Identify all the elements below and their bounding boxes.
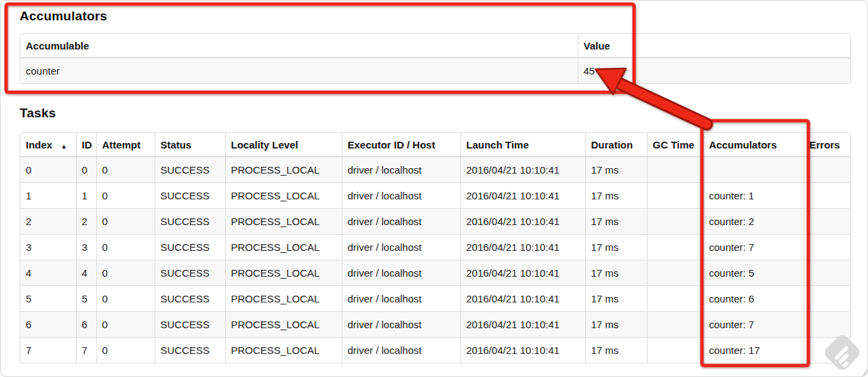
tasks-cell-gc_time xyxy=(647,286,703,312)
tasks-section-title: Tasks xyxy=(20,106,56,121)
column-label: Errors xyxy=(810,139,840,151)
tasks-cell-status: SUCCESS xyxy=(155,286,225,312)
tasks-table-wrap: Index▲IDAttemptStatusLocality LevelExecu… xyxy=(20,132,851,363)
tasks-cell-accumulators: counter: 5 xyxy=(703,260,804,286)
tasks-cell-duration: 17 ms xyxy=(585,183,647,209)
tasks-cell-id: 4 xyxy=(76,260,96,286)
tasks-cell-duration: 17 ms xyxy=(585,260,647,286)
tasks-cell-accumulators: counter: 7 xyxy=(703,235,804,260)
tasks-row: 220SUCCESSPROCESS_LOCALdriver / localhos… xyxy=(20,209,850,235)
tasks-header-executor[interactable]: Executor ID / Host xyxy=(342,133,460,157)
tasks-cell-gc_time xyxy=(647,338,703,363)
tasks-cell-id: 5 xyxy=(76,286,96,312)
tasks-cell-accumulators: counter: 2 xyxy=(703,209,804,235)
tasks-table: Index▲IDAttemptStatusLocality LevelExecu… xyxy=(20,133,850,363)
tasks-header-locality[interactable]: Locality Level xyxy=(225,133,342,157)
tasks-cell-errors xyxy=(804,312,850,338)
column-label: Accumulators xyxy=(709,139,777,151)
tasks-cell-gc_time xyxy=(647,235,703,260)
tasks-header-errors[interactable]: Errors xyxy=(804,133,850,157)
tasks-cell-errors xyxy=(804,260,850,286)
tasks-cell-duration: 17 ms xyxy=(585,209,647,235)
tasks-cell-duration: 17 ms xyxy=(585,338,647,363)
tasks-cell-status: SUCCESS xyxy=(155,209,225,235)
tasks-row: 550SUCCESSPROCESS_LOCALdriver / localhos… xyxy=(20,286,850,312)
tasks-header-row: Index▲IDAttemptStatusLocality LevelExecu… xyxy=(20,133,850,157)
tasks-cell-id: 3 xyxy=(76,235,96,260)
tasks-cell-gc_time xyxy=(647,157,703,183)
tasks-cell-executor: driver / localhost xyxy=(342,235,460,260)
tasks-header-duration[interactable]: Duration xyxy=(585,133,647,157)
tasks-cell-status: SUCCESS xyxy=(155,157,225,183)
tasks-cell-gc_time xyxy=(647,209,703,235)
tasks-cell-accumulators: counter: 17 xyxy=(703,338,804,363)
tasks-row: 440SUCCESSPROCESS_LOCALdriver / localhos… xyxy=(20,260,850,286)
tasks-cell-locality: PROCESS_LOCAL xyxy=(225,157,342,183)
sort-ascending-icon: ▲ xyxy=(60,142,67,150)
accumulators-header-value: Value xyxy=(578,34,850,58)
tasks-cell-accumulators xyxy=(703,157,804,183)
column-label: Locality Level xyxy=(231,139,298,151)
tasks-cell-accumulators: counter: 6 xyxy=(703,286,804,312)
accumulators-section-title: Accumulators xyxy=(20,9,107,24)
tasks-header-index[interactable]: Index▲ xyxy=(20,133,76,157)
tasks-cell-launch: 2016/04/21 10:10:41 xyxy=(460,286,585,312)
tasks-row: 770SUCCESSPROCESS_LOCALdriver / localhos… xyxy=(20,338,850,363)
tasks-cell-status: SUCCESS xyxy=(155,338,225,363)
tasks-cell-accumulators: counter: 1 xyxy=(703,183,804,209)
accumulators-header-accumulable: Accumulable xyxy=(20,34,578,58)
tasks-cell-locality: PROCESS_LOCAL xyxy=(225,183,342,209)
tasks-header-accumulators[interactable]: Accumulators xyxy=(703,133,804,157)
tasks-cell-gc_time xyxy=(647,183,703,209)
accumulators-table: AccumulableValue counter45 xyxy=(20,34,850,83)
tasks-cell-executor: driver / localhost xyxy=(342,312,460,338)
tasks-cell-locality: PROCESS_LOCAL xyxy=(225,286,342,312)
tasks-header-launch[interactable]: Launch Time xyxy=(460,133,585,157)
tasks-cell-gc_time xyxy=(647,312,703,338)
tasks-cell-status: SUCCESS xyxy=(155,260,225,286)
tasks-cell-errors xyxy=(804,235,850,260)
annotation-arrow-shaft xyxy=(618,83,707,124)
tasks-cell-id: 1 xyxy=(76,183,96,209)
tasks-cell-attempt: 0 xyxy=(96,312,155,338)
tasks-cell-attempt: 0 xyxy=(96,235,155,260)
tasks-cell-locality: PROCESS_LOCAL xyxy=(225,235,342,260)
spark-stage-detail-page: Accumulators AccumulableValue counter45 … xyxy=(0,0,868,377)
tasks-cell-launch: 2016/04/21 10:10:41 xyxy=(460,183,585,209)
tasks-cell-launch: 2016/04/21 10:10:41 xyxy=(460,338,585,363)
accumulators-header-row: AccumulableValue xyxy=(20,34,850,58)
column-label: Status xyxy=(161,139,192,151)
column-label: Index xyxy=(26,139,52,151)
tasks-cell-index: 1 xyxy=(20,183,76,209)
tasks-header-attempt[interactable]: Attempt xyxy=(96,133,155,157)
tasks-header-gc_time[interactable]: GC Time xyxy=(647,133,703,157)
tasks-cell-locality: PROCESS_LOCAL xyxy=(225,260,342,286)
column-label: ID xyxy=(82,139,92,151)
tasks-cell-executor: driver / localhost xyxy=(342,183,460,209)
accumulators-cell-accumulable: counter xyxy=(20,58,578,83)
column-label: Value xyxy=(584,40,610,52)
tasks-cell-index: 7 xyxy=(20,338,76,363)
tasks-cell-id: 6 xyxy=(76,312,96,338)
column-label: Duration xyxy=(591,139,633,151)
tasks-cell-id: 7 xyxy=(76,338,96,363)
tasks-cell-attempt: 0 xyxy=(96,209,155,235)
tasks-cell-attempt: 0 xyxy=(96,286,155,312)
tasks-cell-gc_time xyxy=(647,260,703,286)
tasks-cell-index: 0 xyxy=(20,157,76,183)
tasks-cell-attempt: 0 xyxy=(96,338,155,363)
tasks-cell-errors xyxy=(804,157,850,183)
tasks-cell-attempt: 0 xyxy=(96,260,155,286)
tasks-cell-status: SUCCESS xyxy=(155,235,225,260)
tasks-cell-index: 6 xyxy=(20,312,76,338)
tasks-cell-executor: driver / localhost xyxy=(342,338,460,363)
tasks-cell-executor: driver / localhost xyxy=(342,209,460,235)
tasks-cell-locality: PROCESS_LOCAL xyxy=(225,209,342,235)
tasks-cell-duration: 17 ms xyxy=(585,157,647,183)
tasks-cell-errors xyxy=(804,183,850,209)
tasks-header-status[interactable]: Status xyxy=(155,133,225,157)
column-label: Executor ID / Host xyxy=(348,139,435,151)
tasks-cell-errors xyxy=(804,209,850,235)
tasks-header-id[interactable]: ID xyxy=(76,133,96,157)
tasks-cell-duration: 17 ms xyxy=(585,286,647,312)
